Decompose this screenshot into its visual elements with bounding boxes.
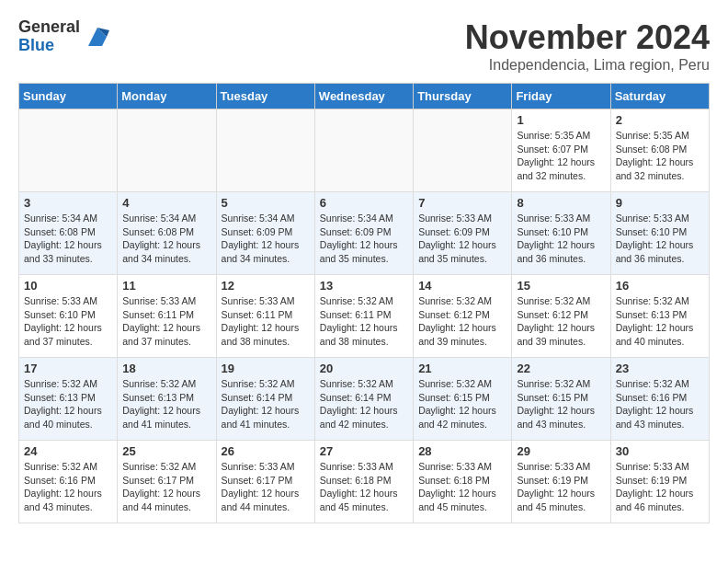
calendar-week-row: 10Sunrise: 5:33 AM Sunset: 6:10 PM Dayli… [19, 275, 710, 358]
day-info: Sunrise: 5:33 AM Sunset: 6:19 PM Dayligh… [616, 460, 704, 514]
day-info: Sunrise: 5:32 AM Sunset: 6:14 PM Dayligh… [320, 377, 408, 431]
day-number: 11 [122, 279, 210, 293]
calendar-day: 26Sunrise: 5:33 AM Sunset: 6:17 PM Dayli… [216, 441, 314, 523]
day-number: 25 [122, 444, 210, 458]
calendar-day: 10Sunrise: 5:33 AM Sunset: 6:10 PM Dayli… [19, 275, 118, 358]
calendar-day: 7Sunrise: 5:33 AM Sunset: 6:09 PM Daylig… [414, 192, 512, 275]
calendar-day: 25Sunrise: 5:32 AM Sunset: 6:17 PM Dayli… [118, 441, 216, 523]
calendar-week-row: 17Sunrise: 5:32 AM Sunset: 6:13 PM Dayli… [19, 358, 710, 441]
day-number: 3 [24, 196, 112, 210]
calendar-day: 13Sunrise: 5:32 AM Sunset: 6:11 PM Dayli… [314, 275, 413, 358]
calendar-day: 19Sunrise: 5:32 AM Sunset: 6:14 PM Dayli… [216, 358, 314, 441]
day-number: 13 [320, 279, 408, 293]
day-info: Sunrise: 5:33 AM Sunset: 6:09 PM Dayligh… [418, 212, 506, 266]
day-number: 28 [418, 444, 506, 458]
calendar-day: 1Sunrise: 5:35 AM Sunset: 6:07 PM Daylig… [512, 109, 610, 192]
calendar-day: 28Sunrise: 5:33 AM Sunset: 6:18 PM Dayli… [414, 441, 512, 523]
calendar-day: 11Sunrise: 5:33 AM Sunset: 6:11 PM Dayli… [118, 275, 216, 358]
calendar-header-row: SundayMondayTuesdayWednesdayThursdayFrid… [19, 84, 710, 109]
calendar-header-saturday: Saturday [610, 84, 709, 109]
day-info: Sunrise: 5:32 AM Sunset: 6:13 PM Dayligh… [616, 294, 704, 349]
calendar-day: 17Sunrise: 5:32 AM Sunset: 6:13 PM Dayli… [19, 358, 118, 441]
day-info: Sunrise: 5:32 AM Sunset: 6:13 PM Dayligh… [122, 377, 210, 431]
calendar-day: 4Sunrise: 5:34 AM Sunset: 6:08 PM Daylig… [118, 192, 216, 275]
logo-general-text: General [18, 18, 80, 37]
day-number: 2 [616, 113, 704, 127]
day-number: 8 [517, 196, 605, 210]
title-block: November 2024 Independencia, Lima region… [465, 18, 710, 74]
calendar-header-tuesday: Tuesday [216, 84, 314, 109]
day-info: Sunrise: 5:33 AM Sunset: 6:11 PM Dayligh… [122, 294, 210, 349]
calendar-day [118, 109, 216, 192]
day-number: 26 [222, 444, 310, 458]
day-number: 29 [517, 444, 605, 458]
day-info: Sunrise: 5:32 AM Sunset: 6:16 PM Dayligh… [24, 460, 112, 514]
day-info: Sunrise: 5:35 AM Sunset: 6:07 PM Dayligh… [517, 129, 605, 183]
day-info: Sunrise: 5:33 AM Sunset: 6:17 PM Dayligh… [222, 460, 310, 514]
day-info: Sunrise: 5:32 AM Sunset: 6:12 PM Dayligh… [517, 294, 605, 349]
calendar-day: 9Sunrise: 5:33 AM Sunset: 6:10 PM Daylig… [610, 192, 709, 275]
day-info: Sunrise: 5:32 AM Sunset: 6:11 PM Dayligh… [320, 294, 408, 349]
calendar-day: 2Sunrise: 5:35 AM Sunset: 6:08 PM Daylig… [610, 109, 709, 192]
day-number: 27 [320, 444, 408, 458]
day-number: 9 [616, 196, 704, 210]
day-number: 19 [222, 362, 310, 375]
logo-blue-text: Blue [18, 37, 80, 55]
logo-icon [84, 23, 111, 51]
calendar-day: 20Sunrise: 5:32 AM Sunset: 6:14 PM Dayli… [314, 358, 413, 441]
calendar-header-sunday: Sunday [19, 84, 118, 109]
calendar-day: 23Sunrise: 5:32 AM Sunset: 6:16 PM Dayli… [610, 358, 709, 441]
calendar-day: 30Sunrise: 5:33 AM Sunset: 6:19 PM Dayli… [610, 441, 709, 523]
calendar-day: 14Sunrise: 5:32 AM Sunset: 6:12 PM Dayli… [414, 275, 512, 358]
day-info: Sunrise: 5:34 AM Sunset: 6:08 PM Dayligh… [122, 212, 210, 266]
calendar-day: 18Sunrise: 5:32 AM Sunset: 6:13 PM Dayli… [118, 358, 216, 441]
logo: General Blue [18, 18, 111, 55]
day-info: Sunrise: 5:33 AM Sunset: 6:18 PM Dayligh… [320, 460, 408, 514]
calendar-day: 27Sunrise: 5:33 AM Sunset: 6:18 PM Dayli… [314, 441, 413, 523]
calendar-day: 8Sunrise: 5:33 AM Sunset: 6:10 PM Daylig… [512, 192, 610, 275]
day-info: Sunrise: 5:34 AM Sunset: 6:08 PM Dayligh… [24, 212, 112, 266]
day-info: Sunrise: 5:32 AM Sunset: 6:14 PM Dayligh… [222, 377, 310, 431]
day-number: 22 [517, 362, 605, 375]
day-number: 30 [616, 444, 704, 458]
calendar-week-row: 24Sunrise: 5:32 AM Sunset: 6:16 PM Dayli… [19, 441, 710, 523]
day-info: Sunrise: 5:32 AM Sunset: 6:16 PM Dayligh… [616, 377, 704, 431]
day-info: Sunrise: 5:33 AM Sunset: 6:19 PM Dayligh… [517, 460, 605, 514]
calendar-table: SundayMondayTuesdayWednesdayThursdayFrid… [18, 83, 710, 523]
calendar-week-row: 1Sunrise: 5:35 AM Sunset: 6:07 PM Daylig… [19, 109, 710, 192]
calendar-day: 3Sunrise: 5:34 AM Sunset: 6:08 PM Daylig… [19, 192, 118, 275]
calendar-day: 15Sunrise: 5:32 AM Sunset: 6:12 PM Dayli… [512, 275, 610, 358]
calendar-week-row: 3Sunrise: 5:34 AM Sunset: 6:08 PM Daylig… [19, 192, 710, 275]
day-info: Sunrise: 5:33 AM Sunset: 6:10 PM Dayligh… [517, 212, 605, 266]
calendar-day: 22Sunrise: 5:32 AM Sunset: 6:15 PM Dayli… [512, 358, 610, 441]
calendar-day: 12Sunrise: 5:33 AM Sunset: 6:11 PM Dayli… [216, 275, 314, 358]
day-number: 7 [418, 196, 506, 210]
calendar-day [216, 109, 314, 192]
calendar-header-thursday: Thursday [414, 84, 512, 109]
calendar-day [19, 109, 118, 192]
calendar-day: 21Sunrise: 5:32 AM Sunset: 6:15 PM Dayli… [414, 358, 512, 441]
calendar-header-monday: Monday [118, 84, 216, 109]
day-info: Sunrise: 5:34 AM Sunset: 6:09 PM Dayligh… [222, 212, 310, 266]
day-number: 24 [24, 444, 112, 458]
day-number: 20 [320, 362, 408, 375]
calendar-day: 29Sunrise: 5:33 AM Sunset: 6:19 PM Dayli… [512, 441, 610, 523]
day-number: 12 [222, 279, 310, 293]
calendar-day [414, 109, 512, 192]
calendar-day: 24Sunrise: 5:32 AM Sunset: 6:16 PM Dayli… [19, 441, 118, 523]
calendar-day: 5Sunrise: 5:34 AM Sunset: 6:09 PM Daylig… [216, 192, 314, 275]
page-header: General Blue November 2024 Independencia… [18, 18, 710, 74]
day-number: 5 [222, 196, 310, 210]
day-info: Sunrise: 5:33 AM Sunset: 6:11 PM Dayligh… [222, 294, 310, 349]
day-number: 15 [517, 279, 605, 293]
day-number: 21 [418, 362, 506, 375]
calendar-day: 16Sunrise: 5:32 AM Sunset: 6:13 PM Dayli… [610, 275, 709, 358]
day-number: 16 [616, 279, 704, 293]
day-info: Sunrise: 5:34 AM Sunset: 6:09 PM Dayligh… [320, 212, 408, 266]
calendar-day: 6Sunrise: 5:34 AM Sunset: 6:09 PM Daylig… [314, 192, 413, 275]
day-info: Sunrise: 5:32 AM Sunset: 6:13 PM Dayligh… [24, 377, 112, 431]
day-info: Sunrise: 5:33 AM Sunset: 6:10 PM Dayligh… [24, 294, 112, 349]
day-info: Sunrise: 5:32 AM Sunset: 6:12 PM Dayligh… [418, 294, 506, 349]
day-number: 4 [122, 196, 210, 210]
day-number: 1 [517, 113, 605, 127]
